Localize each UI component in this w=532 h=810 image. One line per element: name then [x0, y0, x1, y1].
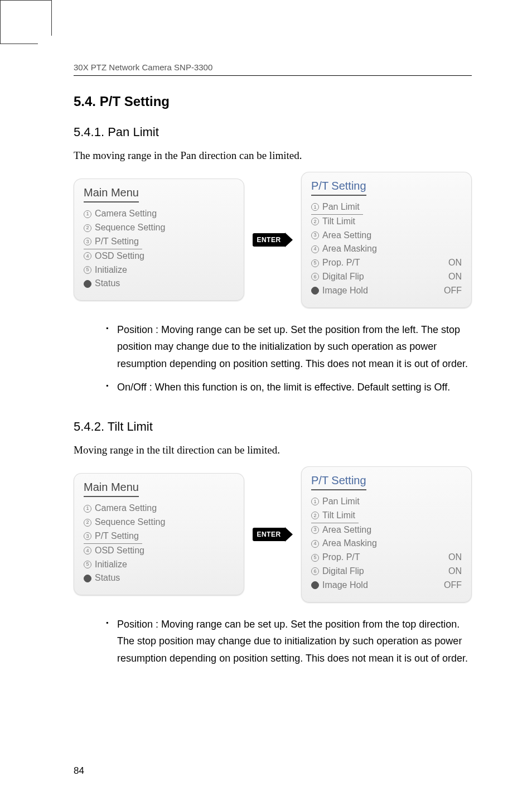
circled-number-icon: 1: [84, 210, 91, 218]
menu-item-label: Pan Limit: [322, 200, 360, 214]
circled-number-icon: 2: [311, 512, 319, 519]
menu-item-left: Image Hold: [311, 284, 368, 298]
enter-arrow-wrap: ENTER: [252, 527, 293, 542]
menu-item: 5Initialize: [84, 558, 234, 572]
menu-item-label: Tilt Limit: [322, 509, 355, 523]
menu-item-label: Camera Setting: [95, 207, 157, 221]
figure-row-tilt-limit: Main Menu 1Camera Setting2Sequence Setti…: [74, 466, 472, 602]
menu-item-label: OSD Setting: [95, 249, 144, 263]
menu-item-left: 2Sequence Setting: [84, 221, 165, 235]
page-header: 30X PTZ Network Camera SNP-3300: [74, 62, 472, 76]
menu-item-label: Prop. P/T: [322, 256, 360, 270]
menu-item-left: 6Digital Flip: [311, 270, 364, 284]
menu-item-value: ON: [448, 256, 462, 270]
menu-item: Image HoldOFF: [311, 284, 462, 298]
menu-item: 4Area Masking: [311, 537, 462, 551]
circled-number-icon: 2: [311, 218, 319, 225]
menu-item-left: 4OSD Setting: [84, 249, 144, 263]
crop-mark: [0, 44, 38, 44]
circled-number-icon: 2: [84, 519, 91, 527]
menu-item-left: 5Prop. P/T: [311, 551, 360, 565]
menu-item-label: Image Hold: [322, 578, 368, 592]
circled-number-icon: 5: [84, 266, 91, 274]
menu-item-left: 4Area Masking: [311, 242, 377, 256]
menu-item-left: 6Digital Flip: [311, 565, 364, 578]
menu-item-left: Status: [84, 571, 120, 585]
menu-item: 5Prop. P/TON: [311, 256, 462, 270]
menu-item-label: Sequence Setting: [95, 221, 165, 235]
circled-number-icon: 5: [311, 554, 319, 562]
circled-number-icon: 3: [84, 238, 91, 245]
menu-item-value: OFF: [444, 284, 462, 298]
menu-title: P/T Setting: [311, 180, 366, 196]
menu-item-label: Prop. P/T: [322, 551, 360, 565]
circled-number-icon: [84, 280, 91, 288]
menu-item-left: 5Initialize: [84, 558, 127, 572]
subsection-title-tilt-limit: 5.4.2. Tilt Limit: [74, 420, 472, 434]
enter-label: ENTER: [253, 528, 284, 541]
menu-item: 3P/T Setting: [84, 235, 234, 249]
menu-item-left: 1Pan Limit: [311, 200, 363, 215]
menu-item: 1Camera Setting: [84, 207, 234, 221]
menu-item: Status: [84, 277, 234, 291]
circled-number-icon: 1: [311, 203, 319, 211]
circled-number-icon: 3: [311, 526, 319, 534]
circled-number-icon: 1: [84, 505, 91, 513]
menu-item: 4OSD Setting: [84, 544, 234, 558]
menu-item: 2Sequence Setting: [84, 515, 234, 529]
menu-item-left: 3Area Setting: [311, 229, 371, 243]
menu-item-left: Image Hold: [311, 578, 368, 592]
menu-item-label: Pan Limit: [322, 495, 360, 509]
menu-item-label: Image Hold: [322, 284, 368, 298]
menu-item-label: P/T Setting: [95, 235, 139, 249]
pt-menu-list: 1Pan Limit2Tilt Limit3Area Setting4Area …: [311, 495, 462, 592]
main-menu-list: 1Camera Setting2Sequence Setting3P/T Set…: [84, 502, 234, 585]
figure-row-pan-limit: Main Menu 1Camera Setting2Sequence Setti…: [74, 172, 472, 308]
menu-item-label: Initialize: [95, 558, 127, 572]
intro-text: The moving range in the Pan direction ca…: [74, 150, 472, 162]
menu-item-left: 1Pan Limit: [311, 495, 360, 509]
arrow-right-icon: [285, 233, 293, 247]
menu-item: 4Area Masking: [311, 242, 462, 256]
menu-item: 1Pan Limit: [311, 495, 462, 509]
circled-number-icon: 4: [84, 547, 91, 555]
circled-number-icon: 6: [311, 567, 319, 575]
menu-item: Image HoldOFF: [311, 578, 462, 592]
menu-item-label: P/T Setting: [95, 529, 139, 543]
menu-item-label: Tilt Limit: [322, 215, 355, 229]
menu-item: 2Tilt Limit: [311, 509, 462, 523]
enter-button-graphic: ENTER: [253, 233, 292, 247]
intro-text: Moving range in the tilt direction can b…: [74, 444, 472, 456]
menu-item-left: 3P/T Setting: [84, 529, 142, 544]
section-title: 5.4. P/T Setting: [74, 94, 472, 109]
menu-item-label: Area Setting: [322, 229, 371, 243]
menu-item-left: 1Camera Setting: [84, 207, 157, 221]
menu-item-left: 5Prop. P/T: [311, 256, 360, 270]
page: 30X PTZ Network Camera SNP-3300 5.4. P/T…: [0, 0, 532, 810]
main-menu-list: 1Camera Setting2Sequence Setting3P/T Set…: [84, 207, 234, 291]
menu-item-left: 1Camera Setting: [84, 502, 157, 515]
menu-item-left: 3Area Setting: [311, 523, 371, 537]
menu-item: 6Digital FlipON: [311, 270, 462, 284]
circled-number-icon: 4: [311, 540, 319, 548]
circled-number-icon: 5: [84, 561, 91, 568]
menu-item-value: ON: [448, 270, 462, 284]
circled-number-icon: 4: [84, 252, 91, 260]
pt-setting-box: P/T Setting 1Pan Limit2Tilt Limit3Area S…: [301, 172, 472, 308]
bullet-item: Position : Moving range can be set up. S…: [106, 616, 472, 667]
menu-item-label: Digital Flip: [322, 565, 364, 578]
menu-item: 6Digital FlipON: [311, 565, 462, 578]
pt-menu-list: 1Pan Limit2Tilt Limit3Area Setting4Area …: [311, 200, 462, 298]
enter-button-graphic: ENTER: [253, 527, 292, 542]
menu-item-left: 2Sequence Setting: [84, 515, 165, 529]
menu-item-label: Area Masking: [322, 242, 377, 256]
crop-mark: [0, 0, 51, 1]
menu-item-left: 2Tilt Limit: [311, 215, 355, 229]
arrow-right-icon: [285, 527, 293, 542]
main-menu-box: Main Menu 1Camera Setting2Sequence Setti…: [74, 473, 244, 595]
menu-item: 1Pan Limit: [311, 200, 462, 215]
menu-title: P/T Setting: [311, 474, 366, 490]
enter-label: ENTER: [253, 233, 284, 247]
menu-item-label: Status: [95, 571, 120, 585]
circled-number-icon: 6: [311, 273, 319, 281]
